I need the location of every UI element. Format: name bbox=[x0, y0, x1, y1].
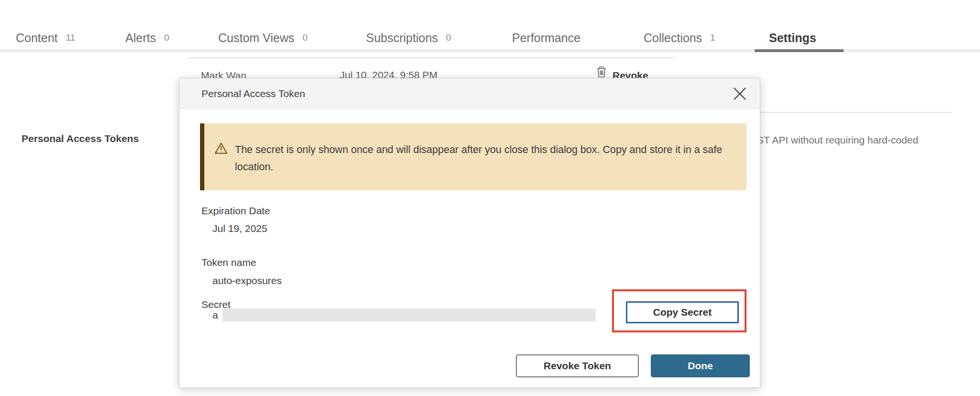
tab-content[interactable]: Content 11 bbox=[16, 26, 75, 49]
close-icon[interactable] bbox=[731, 85, 748, 102]
tab-label: Alerts bbox=[125, 31, 156, 45]
secret-redacted-bar bbox=[223, 308, 596, 321]
secret-value-visible: a bbox=[212, 309, 218, 321]
dialog-header: Personal Access Token bbox=[179, 78, 760, 109]
tab-label: Content bbox=[16, 31, 58, 45]
tab-underline-active bbox=[755, 49, 844, 52]
revoke-token-button[interactable]: Revoke Token bbox=[516, 354, 639, 377]
warning-banner: The secret is only shown once and will d… bbox=[200, 123, 746, 190]
tab-count-badge: 1 bbox=[710, 33, 715, 43]
tab-label: Custom Views bbox=[218, 31, 294, 45]
section-label-personal-access-tokens: Personal Access Tokens bbox=[22, 133, 139, 144]
tab-collections[interactable]: Collections 1 bbox=[644, 26, 715, 49]
tab-count-badge: 0 bbox=[302, 33, 308, 43]
tab-alerts[interactable]: Alerts 0 bbox=[125, 26, 169, 49]
warning-message: The secret is only shown once and will d… bbox=[235, 141, 734, 176]
tab-settings[interactable]: Settings bbox=[769, 26, 816, 49]
tab-count-badge: 0 bbox=[446, 33, 451, 43]
done-button[interactable]: Done bbox=[651, 354, 750, 377]
tab-label: Collections bbox=[644, 31, 702, 45]
tab-label: Subscriptions bbox=[366, 31, 438, 45]
dialog-title: Personal Access Token bbox=[201, 88, 305, 99]
tab-label: Settings bbox=[769, 31, 816, 45]
tab-subscriptions[interactable]: Subscriptions 0 bbox=[366, 26, 451, 49]
trash-icon[interactable] bbox=[596, 66, 607, 79]
tab-count-badge: 0 bbox=[164, 33, 169, 43]
expiration-date-value: Jul 19, 2025 bbox=[212, 223, 267, 234]
warning-triangle-icon bbox=[214, 142, 228, 156]
token-name-value: auto-exposures bbox=[212, 275, 282, 286]
secret-row: a bbox=[212, 308, 596, 321]
tab-custom-views[interactable]: Custom Views 0 bbox=[218, 26, 308, 49]
tab-label: Performance bbox=[512, 31, 580, 45]
tab-performance[interactable]: Performance bbox=[512, 26, 580, 49]
tab-bar: Content 11 Alerts 0 Custom Views 0 Subsc… bbox=[0, 0, 980, 52]
expiration-date-label: Expiration Date bbox=[201, 205, 270, 217]
section-description-fragment: ST API without requiring hard-coded bbox=[757, 134, 918, 146]
token-table-border bbox=[187, 57, 674, 58]
copy-secret-button[interactable]: Copy Secret bbox=[626, 301, 739, 323]
personal-access-token-dialog: Personal Access Token The secret is only… bbox=[179, 78, 760, 388]
token-name-label: Token name bbox=[201, 257, 256, 268]
tab-count-badge: 11 bbox=[66, 33, 76, 43]
